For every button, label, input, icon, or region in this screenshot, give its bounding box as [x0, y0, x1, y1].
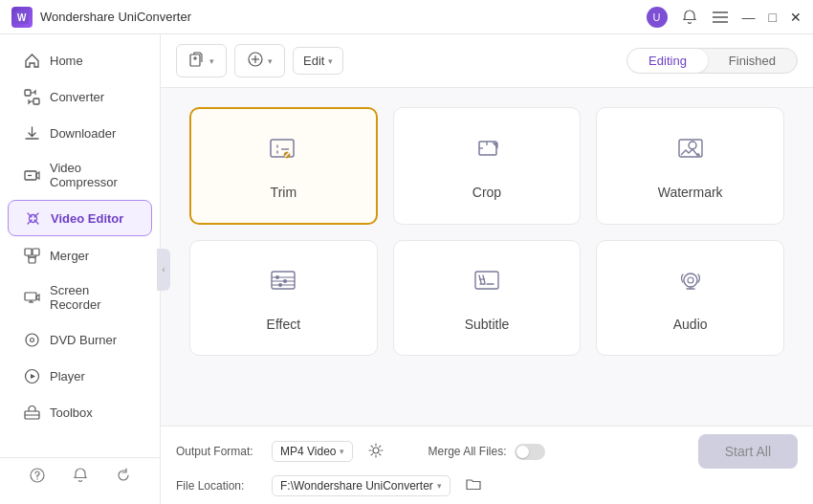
editor-card-subtitle[interactable]: Subtitle [393, 240, 582, 356]
tab-editing[interactable]: Editing [627, 49, 708, 73]
sidebar-item-screen-recorder-label: Screen Recorder [50, 283, 137, 312]
add-files-icon [188, 51, 206, 71]
output-format-row: Output Format: MP4 Video ▾ Merge All Fil… [176, 434, 798, 469]
edit-select[interactable]: Edit ▾ [293, 47, 343, 75]
output-format-select[interactable]: MP4 Video ▾ [272, 441, 353, 462]
sidebar: Home Converter Downloader Video Compress… [0, 34, 161, 504]
downloader-icon [23, 124, 40, 142]
menu-icon[interactable] [712, 9, 729, 26]
merge-label: Merge All Files: [428, 445, 506, 458]
watermark-label: Watermark [658, 185, 723, 200]
bell-icon[interactable] [681, 9, 698, 26]
toolbox-icon [23, 404, 40, 421]
svg-point-33 [689, 142, 696, 149]
close-button[interactable]: ✕ [790, 10, 802, 25]
merge-toggle-switch[interactable] [515, 444, 545, 460]
maximize-button[interactable]: □ [769, 10, 777, 25]
svg-point-45 [684, 274, 697, 287]
format-chevron-icon: ▾ [340, 447, 344, 456]
file-location-select[interactable]: F:\Wondershare UniConverter ▾ [272, 475, 450, 496]
sidebar-item-video-compressor-label: Video Compressor [50, 161, 137, 189]
titlebar-controls: U — □ ✕ [647, 7, 802, 28]
sidebar-item-converter-label: Converter [50, 90, 104, 104]
format-settings-icon[interactable] [363, 440, 389, 464]
output-format-value: MP4 Video [280, 445, 336, 458]
svg-rect-44 [475, 272, 498, 289]
svg-rect-12 [29, 257, 35, 263]
add-files-button[interactable]: ▾ [176, 44, 227, 77]
sidebar-item-converter[interactable]: Converter [8, 79, 152, 114]
svg-point-42 [283, 279, 287, 283]
file-location-label: File Location: [176, 479, 262, 493]
audio-label: Audio [673, 317, 708, 332]
tab-finished[interactable]: Finished [708, 49, 797, 73]
svg-rect-6 [33, 99, 39, 104]
trim-label: Trim [271, 185, 297, 200]
svg-rect-10 [25, 249, 32, 255]
converter-icon [23, 88, 40, 105]
titlebar-left: W Wondershare UniConverter [11, 7, 191, 28]
svg-point-17 [30, 338, 33, 341]
start-all-button[interactable]: Start All [698, 434, 798, 469]
edit-label: Edit [303, 54, 324, 68]
titlebar: W Wondershare UniConverter U — □ ✕ [0, 0, 813, 34]
sidebar-item-downloader-label: Downloader [50, 126, 116, 141]
sidebar-item-toolbox[interactable]: Toolbox [8, 395, 152, 429]
sidebar-item-home[interactable]: Home [8, 43, 152, 77]
notification-icon[interactable] [73, 468, 88, 487]
subtitle-label: Subtitle [465, 317, 510, 332]
editor-card-crop[interactable]: Crop [393, 107, 582, 225]
convert-icon [247, 51, 264, 71]
sidebar-collapse-button[interactable]: ‹ [157, 249, 170, 291]
svg-rect-11 [33, 249, 39, 255]
editor-card-watermark[interactable]: Watermark [596, 107, 784, 225]
sidebar-item-dvd-burner[interactable]: DVD Burner [8, 322, 152, 357]
video-compressor-icon [23, 166, 40, 184]
svg-point-22 [36, 478, 37, 479]
editor-grid: Trim Crop [189, 107, 784, 356]
video-editor-icon [24, 209, 41, 227]
svg-point-41 [275, 275, 279, 279]
refresh-icon[interactable] [116, 468, 131, 487]
tab-group: Editing Finished [626, 48, 798, 74]
sidebar-item-video-editor-label: Video Editor [51, 211, 123, 226]
add-chevron-icon: ▾ [209, 56, 214, 66]
sidebar-item-merger-label: Merger [50, 249, 89, 263]
help-icon[interactable] [30, 468, 45, 487]
sidebar-item-downloader[interactable]: Downloader [8, 116, 152, 150]
trim-icon [266, 132, 300, 173]
sidebar-item-home-label: Home [50, 54, 83, 68]
sidebar-item-merger[interactable]: Merger [8, 238, 152, 273]
svg-point-16 [26, 334, 38, 346]
sidebar-item-video-compressor[interactable]: Video Compressor [8, 152, 152, 198]
audio-icon [673, 264, 708, 305]
home-icon [23, 52, 40, 69]
folder-browse-icon[interactable] [460, 474, 487, 496]
user-icon[interactable]: U [647, 7, 668, 28]
sidebar-item-toolbox-label: Toolbox [50, 405, 93, 420]
sidebar-item-video-editor[interactable]: Video Editor [8, 200, 152, 236]
toggle-knob [516, 446, 529, 458]
app-title: Wondershare UniConverter [40, 10, 191, 24]
sidebar-item-player[interactable]: Player [8, 359, 152, 393]
crop-icon [470, 132, 504, 173]
convert-button[interactable]: ▾ [234, 44, 285, 77]
subtitle-icon [470, 264, 504, 305]
toolbar: ▾ ▾ Edit ▾ Editing Finished [161, 34, 813, 88]
minimize-button[interactable]: — [742, 10, 756, 25]
dvd-burner-icon [23, 331, 40, 348]
location-chevron-icon: ▾ [437, 481, 442, 491]
sidebar-footer [0, 457, 160, 496]
editor-area: Trim Crop [161, 88, 813, 426]
screen-recorder-icon [23, 289, 40, 306]
merger-icon [23, 247, 40, 264]
player-icon [23, 367, 40, 384]
editor-card-audio[interactable]: Audio [596, 240, 784, 356]
convert-chevron-icon: ▾ [268, 56, 273, 66]
editor-card-trim[interactable]: Trim [189, 107, 378, 225]
merge-toggle-group: Merge All Files: [428, 444, 544, 460]
sidebar-item-screen-recorder[interactable]: Screen Recorder [8, 274, 152, 320]
svg-rect-37 [272, 272, 295, 289]
editor-card-effect[interactable]: Effect [189, 240, 378, 356]
svg-text:W: W [17, 12, 27, 23]
